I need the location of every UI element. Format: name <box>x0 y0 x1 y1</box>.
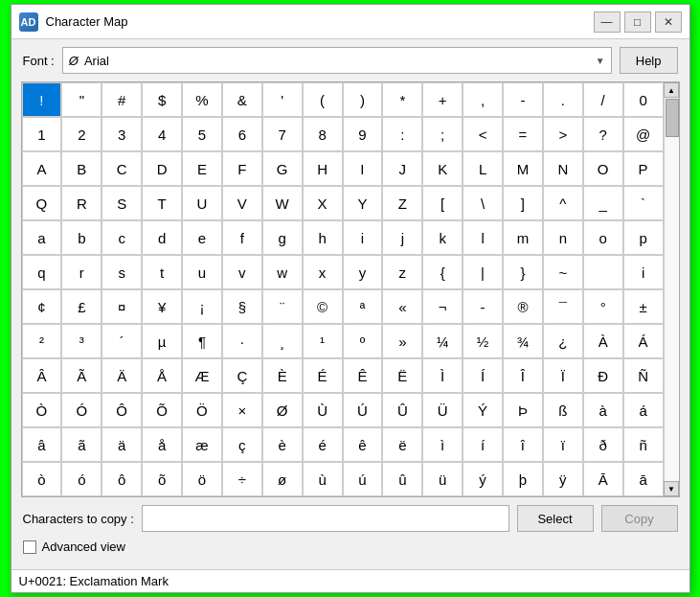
char-cell[interactable]: F <box>222 151 262 186</box>
char-cell[interactable]: w <box>262 255 303 289</box>
char-cell[interactable]: y <box>343 255 383 289</box>
char-cell[interactable]: 7 <box>262 117 303 151</box>
char-cell[interactable]: £ <box>61 289 102 324</box>
char-cell[interactable]: Î <box>503 358 543 393</box>
char-cell[interactable]: _ <box>583 186 623 220</box>
char-cell[interactable]: ( <box>303 82 343 117</box>
char-cell[interactable]: Ø <box>262 393 303 427</box>
char-cell[interactable]: . <box>543 82 583 117</box>
char-cell[interactable]: Ý <box>463 393 503 427</box>
char-cell[interactable]: 3 <box>102 117 142 151</box>
char-cell[interactable]: Ï <box>543 358 583 393</box>
char-cell[interactable]: ¤ <box>102 289 142 324</box>
char-cell[interactable]: ÿ <box>543 462 583 496</box>
char-cell[interactable]: ñ <box>623 427 664 462</box>
char-cell[interactable]: ü <box>422 462 463 496</box>
char-cell[interactable]: 9 <box>343 117 383 151</box>
char-cell[interactable]: þ <box>503 462 543 496</box>
char-cell[interactable]: | <box>463 255 503 289</box>
char-cell[interactable]: H <box>303 151 343 186</box>
char-cell[interactable]: z <box>382 255 422 289</box>
copy-button[interactable]: Copy <box>601 505 678 532</box>
char-cell[interactable]: ¢ <box>22 289 62 324</box>
char-cell[interactable]: ä <box>102 427 142 462</box>
char-cell[interactable]: ] <box>503 186 543 220</box>
char-cell[interactable]: Ú <box>343 393 383 427</box>
char-cell[interactable]: Ó <box>61 393 102 427</box>
char-cell[interactable]: á <box>623 393 664 427</box>
char-cell[interactable]: û <box>382 462 422 496</box>
char-cell[interactable]: ÷ <box>222 462 262 496</box>
char-cell[interactable]: ö <box>182 462 222 496</box>
advanced-view-checkbox[interactable] <box>23 540 36 554</box>
char-cell[interactable]: { <box>422 255 463 289</box>
char-cell[interactable]: ò <box>22 462 62 496</box>
char-cell[interactable]: * <box>382 82 422 117</box>
char-cell[interactable]: V <box>222 186 262 220</box>
char-cell[interactable]: N <box>543 151 583 186</box>
char-cell[interactable]: K <box>422 151 463 186</box>
char-cell[interactable]: x <box>303 255 343 289</box>
char-cell[interactable]: 0 <box>623 82 664 117</box>
char-cell[interactable]: # <box>102 82 142 117</box>
char-cell[interactable]: ² <box>22 324 62 358</box>
char-cell[interactable]: 2 <box>61 117 102 151</box>
char-cell[interactable]: J <box>382 151 422 186</box>
char-cell[interactable]: ì <box>422 427 463 462</box>
char-cell[interactable]: E <box>182 151 222 186</box>
minimize-button[interactable]: — <box>594 11 621 33</box>
char-cell[interactable]: h <box>303 220 343 255</box>
char-cell[interactable]: × <box>222 393 262 427</box>
char-cell[interactable]: - <box>463 289 503 324</box>
char-cell[interactable]: õ <box>142 462 182 496</box>
char-cell[interactable]: ¼ <box>422 324 463 358</box>
char-cell[interactable]: ª <box>343 289 383 324</box>
char-cell[interactable]: Õ <box>142 393 182 427</box>
char-cell[interactable]: v <box>222 255 262 289</box>
char-cell[interactable]: ° <box>583 289 623 324</box>
char-cell[interactable]: ú <box>343 462 383 496</box>
char-cell[interactable]: : <box>382 117 422 151</box>
char-cell[interactable]: â <box>22 427 62 462</box>
char-cell[interactable]: ½ <box>463 324 503 358</box>
char-cell[interactable]: j <box>382 220 422 255</box>
char-cell[interactable]: © <box>303 289 343 324</box>
char-cell[interactable]: Ö <box>182 393 222 427</box>
char-cell[interactable]: > <box>543 117 583 151</box>
char-cell[interactable]: ¹ <box>303 324 343 358</box>
char-cell[interactable]: ¡ <box>182 289 222 324</box>
char-cell[interactable]: e <box>182 220 222 255</box>
char-cell[interactable]: ð <box>583 427 623 462</box>
char-cell[interactable]: q <box>22 255 62 289</box>
char-cell[interactable]: µ <box>142 324 182 358</box>
char-cell[interactable]: º <box>343 324 383 358</box>
char-cell[interactable]: ß <box>543 393 583 427</box>
maximize-button[interactable]: □ <box>624 11 651 33</box>
char-cell[interactable]: ë <box>382 427 422 462</box>
char-cell[interactable]: ) <box>343 82 383 117</box>
char-cell[interactable]: · <box>222 324 262 358</box>
char-cell[interactable]: Æ <box>182 358 222 393</box>
scroll-down-button[interactable]: ▼ <box>664 481 679 496</box>
char-cell[interactable]: I <box>343 151 383 186</box>
char-cell[interactable]: s <box>102 255 142 289</box>
char-cell[interactable]: + <box>422 82 463 117</box>
char-cell[interactable]: Ü <box>422 393 463 427</box>
char-cell[interactable]: ´ <box>102 324 142 358</box>
char-cell[interactable]: M <box>503 151 543 186</box>
char-cell[interactable]: å <box>142 427 182 462</box>
char-cell[interactable]: } <box>503 255 543 289</box>
char-cell[interactable]: / <box>583 82 623 117</box>
char-cell[interactable]: P <box>623 151 664 186</box>
char-cell[interactable]: Ç <box>222 358 262 393</box>
char-cell[interactable]: Ê <box>343 358 383 393</box>
char-cell[interactable]: Z <box>382 186 422 220</box>
char-cell[interactable]: ' <box>262 82 303 117</box>
char-cell[interactable]: » <box>382 324 422 358</box>
char-cell[interactable]: ¶ <box>182 324 222 358</box>
char-cell[interactable]: b <box>61 220 102 255</box>
char-cell[interactable]: g <box>262 220 303 255</box>
char-cell[interactable]: d <box>142 220 182 255</box>
char-cell[interactable]: § <box>222 289 262 324</box>
char-cell[interactable]: Ā <box>583 462 623 496</box>
